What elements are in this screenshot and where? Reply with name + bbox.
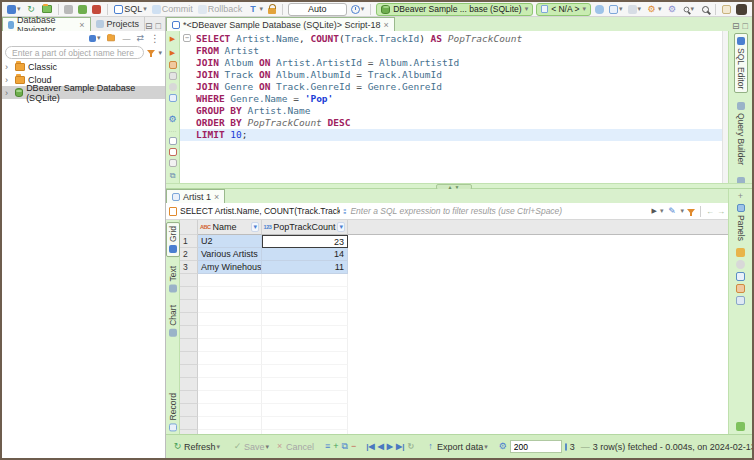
maximize-icon[interactable]: □: [156, 21, 161, 31]
last-row-icon[interactable]: ▶|: [396, 442, 404, 451]
grouping-panel-icon[interactable]: [736, 284, 745, 293]
corner-cell[interactable]: [180, 220, 198, 235]
edit-value-icon[interactable]: ≡: [325, 441, 330, 452]
tab-query-builder[interactable]: Query Builder: [735, 99, 747, 168]
dropdown-icon[interactable]: ▾: [680, 207, 684, 215]
close-icon[interactable]: ×: [79, 20, 84, 30]
sql-line[interactable]: WHERE Genre.Name = 'Pop': [180, 93, 722, 105]
close-icon[interactable]: ×: [384, 20, 389, 30]
table-row[interactable]: 3Amy Winehouse11: [180, 261, 728, 274]
sql-line[interactable]: ORDER BY PopTrackCount DESC: [180, 117, 722, 129]
sql-line[interactable]: JOIN Track ON Album.AlbumId = Track.Albu…: [180, 69, 722, 81]
cloud-button[interactable]: [594, 3, 605, 16]
grid-cell[interactable]: 14: [262, 248, 348, 261]
metadata-icon[interactable]: [736, 260, 745, 269]
edit-filter-icon[interactable]: ✎: [666, 206, 677, 217]
fold-icon[interactable]: −: [183, 34, 191, 42]
table-row[interactable]: 1U223: [180, 235, 728, 248]
first-row-icon[interactable]: |◀: [366, 442, 374, 451]
lock-button[interactable]: [267, 3, 277, 16]
output-console-icon[interactable]: [169, 94, 177, 102]
sql-line[interactable]: JOIN Album ON Artist.ArtistId = Album.Ar…: [180, 57, 722, 69]
tab-sql-editor[interactable]: SQL Editor: [734, 33, 748, 93]
sort-dropdown-icon[interactable]: ▾: [337, 222, 345, 232]
row-number[interactable]: 3: [180, 261, 198, 274]
add-row-icon[interactable]: +: [333, 441, 338, 452]
tab-sql-script[interactable]: *<DBeaver Sample Database (SQLite)> Scri…: [166, 17, 395, 31]
close-icon[interactable]: ×: [214, 192, 219, 202]
server-button[interactable]: ▾: [627, 3, 643, 16]
expand-filter-icon[interactable]: ⁞⁞: [343, 207, 345, 216]
sync-settings-button[interactable]: ⚙: [666, 3, 679, 16]
new-file-icon[interactable]: [169, 137, 177, 145]
script-icon[interactable]: [169, 61, 177, 69]
fetch-segment-icon[interactable]: [565, 443, 567, 451]
console-view-button[interactable]: ▾: [608, 3, 624, 16]
commit-mode-combo[interactable]: Auto: [288, 3, 347, 16]
table-row[interactable]: 2Various Artists14: [180, 248, 728, 261]
tab-chart[interactable]: Chart: [167, 302, 179, 340]
connect-active-button[interactable]: [77, 3, 88, 16]
grid-settings-icon[interactable]: ⚙: [499, 441, 507, 452]
tab-result-artist1[interactable]: Artist 1 ×: [166, 189, 225, 203]
compare-icon[interactable]: ⧉: [167, 170, 178, 181]
txn-log-button[interactable]: ▾: [350, 3, 366, 16]
sql-line[interactable]: LIMIT 10;: [180, 129, 722, 141]
view-menu-button[interactable]: ⋮: [149, 32, 161, 45]
nav-folder-button[interactable]: [105, 32, 117, 45]
schema-selector[interactable]: < N/A >▾: [536, 3, 591, 16]
apply-filter-icon[interactable]: ▶: [652, 207, 657, 215]
tab-record[interactable]: Record: [167, 390, 179, 434]
editor-settings-icon[interactable]: ⚙: [167, 114, 178, 125]
sql-line[interactable]: −SELECT Artist.Name, COUNT(Track.TrackId…: [180, 33, 722, 45]
toggle-panel-icon[interactable]: [736, 422, 745, 431]
grid-cell[interactable]: U2: [198, 235, 262, 248]
dbeaver-logo-button[interactable]: [735, 3, 748, 16]
object-search-input[interactable]: [5, 46, 144, 59]
link-with-editor-button[interactable]: ⇄: [135, 32, 145, 45]
value-viewer-icon[interactable]: [736, 248, 745, 257]
commit-button[interactable]: Commit: [151, 3, 194, 16]
tab-panels[interactable]: Panels: [735, 201, 747, 244]
tab-text[interactable]: Text: [167, 263, 179, 296]
row-number[interactable]: 2: [180, 248, 198, 261]
grid-cell[interactable]: Various Artists: [198, 248, 262, 261]
sql-line[interactable]: FROM Artist: [180, 45, 722, 57]
add-panel-icon[interactable]: +: [738, 189, 743, 201]
delete-file-icon[interactable]: [169, 148, 177, 156]
export-data-button[interactable]: ↑Export data▾: [424, 440, 489, 454]
tab-database-navigator[interactable]: Database Navigator ×: [2, 17, 91, 31]
prev-row-icon[interactable]: ◀: [378, 442, 384, 451]
grid-cell[interactable]: 11: [262, 261, 348, 274]
open-console-button[interactable]: [721, 3, 732, 16]
row-number[interactable]: 1: [180, 235, 198, 248]
execute-script-icon[interactable]: ▶: [167, 47, 178, 58]
sql-editor[interactable]: −SELECT Artist.Name, COUNT(Track.TrackId…: [180, 31, 722, 183]
filter-funnel-icon[interactable]: [147, 50, 155, 55]
sort-dropdown-icon[interactable]: ▾: [251, 222, 259, 232]
save-button[interactable]: ✓Save▾: [231, 440, 270, 454]
fetch-size-input[interactable]: [510, 440, 562, 453]
collapse-all-button[interactable]: —: [121, 32, 131, 45]
history-forward-icon[interactable]: →: [717, 207, 725, 216]
history-back-icon[interactable]: ←: [706, 207, 714, 216]
duplicate-row-icon[interactable]: ⧉: [342, 441, 348, 452]
disconnect-button[interactable]: [91, 3, 102, 16]
nav-connection-button[interactable]: ▾: [88, 32, 102, 45]
grid-cell[interactable]: 23: [262, 235, 348, 248]
filter-history-icon[interactable]: ▾: [660, 207, 664, 215]
delete-row-icon[interactable]: −: [351, 441, 356, 452]
tree-item-classic[interactable]: ›Classic: [2, 60, 165, 73]
new-sql-editor-button[interactable]: SQL▾: [113, 3, 148, 16]
execute-statement-icon[interactable]: ▶: [167, 33, 178, 44]
connection-selector[interactable]: DBeaver Sample ... base (SQLite)▾: [376, 3, 533, 16]
result-grid[interactable]: ABCName▾123PopTrackCount▾ 1U2232Various …: [180, 220, 728, 434]
tab-grid[interactable]: Grid: [166, 222, 180, 257]
fetch-more-icon[interactable]: ↻: [407, 442, 414, 451]
next-row-icon[interactable]: ▶: [387, 442, 393, 451]
rollback-button[interactable]: Rollback: [197, 3, 244, 16]
transaction-mode-button[interactable]: T▾: [246, 3, 264, 16]
filters-menu-icon[interactable]: [687, 209, 695, 214]
minimize-icon[interactable]: ⊟: [145, 21, 153, 31]
script-gray-icon[interactable]: [169, 72, 177, 80]
